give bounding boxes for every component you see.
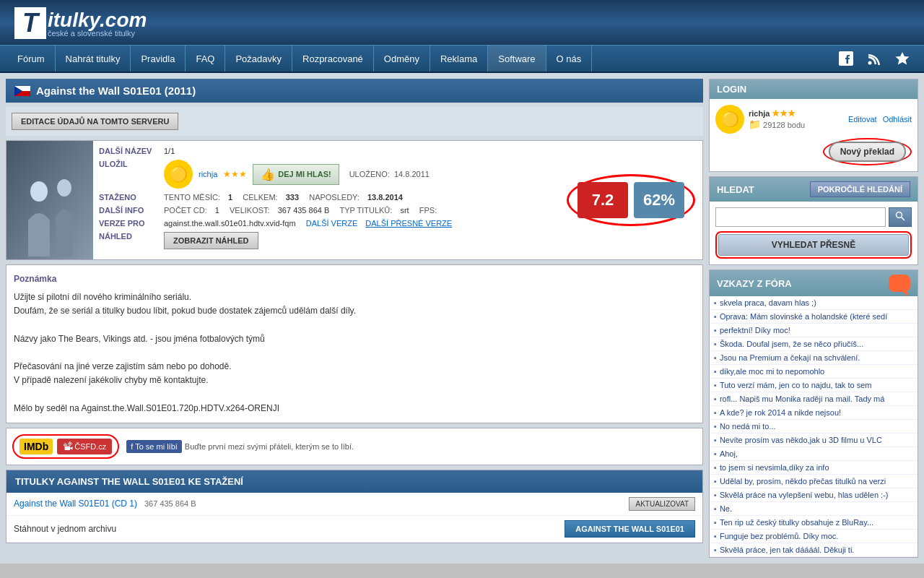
subtitle-cd1-link[interactable]: Against the Wall S01E01 (CD 1) bbox=[14, 499, 137, 509]
dalsi-info-label: DALŠÍ INFO bbox=[99, 206, 164, 215]
search-area bbox=[715, 207, 912, 227]
forum-msg-7[interactable]: rofl... Napiš mu Monika raději na mail. … bbox=[710, 392, 918, 406]
zobrazit-nahled-btn[interactable]: ZOBRAZIT NÁHLED bbox=[164, 232, 258, 249]
dalsi-presne-verze-link[interactable]: DALŠÍ PŘESNÉ VERZE bbox=[365, 219, 452, 228]
forum-msg-13[interactable]: Udělal by, prosím, někdo přečas titulků … bbox=[710, 475, 918, 488]
header: T itulky.com české a slovenské titulky bbox=[0, 0, 924, 45]
imdb-badge[interactable]: IMDb bbox=[19, 439, 53, 454]
nav-about[interactable]: O nás bbox=[546, 46, 593, 72]
forum-msg-10[interactable]: Nevíte prosím vas někdo,jak u 3D filmu u… bbox=[710, 434, 918, 447]
forum-msg-17[interactable]: Funguje bez problémů. Díky moc. bbox=[710, 530, 918, 543]
forum-msg-8[interactable]: A kde? je rok 2014 a nikde nejsou! bbox=[710, 406, 918, 420]
dalsi-nazev-row: DALŠÍ NÁZEV 1/1 bbox=[99, 147, 554, 155]
csfd-badge[interactable]: 📽 ČSFD.cz bbox=[57, 439, 112, 454]
logo-area[interactable]: T itulky.com české a slovenské titulky bbox=[14, 7, 147, 39]
dalsi-nazev-label: DALŠÍ NÁZEV bbox=[99, 147, 164, 155]
nahled-value: ZOBRAZIT NÁHLED bbox=[164, 232, 258, 249]
uploader-link[interactable]: richja bbox=[199, 170, 217, 178]
forum-msg-4[interactable]: Jsou na Premium a čekají na schválení. bbox=[710, 351, 918, 365]
forum-msg-11[interactable]: Ahoj, bbox=[710, 447, 918, 461]
login-user-row: 🟡 richja ★★★ 📁 29128 bodu Editovat bbox=[715, 105, 912, 134]
svg-point-5 bbox=[57, 179, 71, 197]
fb-icon[interactable]: f To se mi líbí bbox=[126, 440, 182, 453]
nav-faq[interactable]: FAQ bbox=[186, 46, 225, 72]
new-translate-button[interactable]: Nový překlad bbox=[829, 142, 906, 162]
verze-pro-label: VERZE PRO bbox=[99, 219, 164, 228]
forum-msg-2[interactable]: perfektní! Díky moc! bbox=[710, 324, 918, 337]
hlas-button[interactable]: 👍 DEJ MI HLAS! bbox=[253, 164, 339, 185]
forum-msg-1[interactable]: Oprava: Mám slovinské a holandské (které… bbox=[710, 310, 918, 324]
login-section: LOGIN 🟡 richja ★★★ 📁 29128 bodu bbox=[709, 79, 918, 172]
uploader-stars: ★★★ bbox=[223, 169, 247, 179]
nav-ads[interactable]: Reklama bbox=[430, 46, 488, 72]
subtitles-section: TITULKY AGAINST THE WALL S01E01 KE STAŽE… bbox=[6, 470, 703, 543]
forum-msg-15[interactable]: Ne. bbox=[710, 502, 918, 516]
dalsi-nazev-value: 1/1 bbox=[164, 147, 175, 155]
nav-wip[interactable]: Rozpracované bbox=[292, 46, 374, 72]
forum-msg-0[interactable]: skvela praca, davam hlas ;) bbox=[710, 296, 918, 310]
search-body: VYHLEDAT PŘESNĚ bbox=[710, 202, 918, 264]
exact-search-btn[interactable]: VYHLEDAT PŘESNĚ bbox=[718, 234, 909, 256]
logo-subtitle: české a slovenské titulky bbox=[48, 29, 147, 38]
forum-msg-9[interactable]: No nedá mi to... bbox=[710, 420, 918, 434]
poznamka-p1: Užijte si pilotní díl nového kriminálníh… bbox=[14, 290, 695, 318]
navigation: Fórum Nahrát titulky Pravidla FAQ Požada… bbox=[0, 45, 924, 73]
edit-button[interactable]: EDITACE ÚDAJŮ NA TOMTO SERVERU bbox=[12, 113, 178, 130]
fb-first-text: Buďte první mezi svými přáteli, kterým s… bbox=[185, 442, 354, 451]
login-links: Editovat Odhlásit bbox=[848, 115, 912, 124]
subtitle-archive-row: Stáhnout v jednom archivu AGAINST THE WA… bbox=[6, 516, 702, 543]
archive-label: Stáhnout v jednom archivu bbox=[14, 524, 557, 534]
vyhledat-circle: VYHLEDAT PŘESNĚ bbox=[715, 231, 912, 259]
forum-msg-3[interactable]: Škoda. Doufal jsem, že se něco přiučíš..… bbox=[710, 337, 918, 351]
aktualizovat-btn[interactable]: AKTUALIZOVAT bbox=[629, 497, 695, 511]
logo-t-letter: T bbox=[14, 7, 46, 39]
ulozil-row: ULOŽIL 🟡 richja ★★★ 👍 DEJ MI HLAS! bbox=[99, 160, 554, 189]
chat-bubble-icon bbox=[889, 275, 910, 292]
new-translate-circle: Nový překlad bbox=[823, 138, 912, 165]
uploader-avatar: 🟡 bbox=[164, 160, 193, 189]
forum-msg-12[interactable]: to jsem si nevsimla,díky za info bbox=[710, 461, 918, 475]
search-header: HLEDAT POKROČILÉ HLEDÁNÍ bbox=[710, 177, 918, 202]
forum-msg-18[interactable]: Skvělá práce, jen tak dáááál. Děkuji ti. bbox=[710, 543, 918, 557]
nav-software[interactable]: Software bbox=[488, 46, 546, 72]
editovat-link[interactable]: Editovat bbox=[848, 115, 877, 124]
odhlasit-link[interactable]: Odhlásit bbox=[883, 115, 912, 124]
movie-thumbnail bbox=[6, 141, 93, 259]
page-title: Against the Wall S01E01 (2011) bbox=[36, 85, 196, 97]
dalsi-verze-link[interactable]: DALŠÍ VERZE bbox=[306, 219, 358, 228]
uploader-info: 🟡 richja ★★★ 👍 DEJ MI HLAS! ULOŽENO: bbox=[164, 160, 430, 189]
download-button[interactable]: AGAINST THE WALL S01E01 bbox=[565, 520, 695, 538]
verze-pro-value: against.the.wall.s01e01.hdtv.xvid-fqm DA… bbox=[164, 219, 452, 228]
nahled-row: NÁHLED ZOBRAZIT NÁHLED bbox=[99, 232, 554, 249]
nav-facebook[interactable] bbox=[832, 46, 860, 72]
sidebar: LOGIN 🟡 richja ★★★ 📁 29128 bodu bbox=[709, 79, 918, 558]
nav-upload[interactable]: Nahrát titulky bbox=[56, 46, 131, 72]
uploader-row: 🟡 richja ★★★ 👍 DEJ MI HLAS! bbox=[164, 160, 339, 189]
forum-msg-5[interactable]: díky,ale moc mi to nepomohlo bbox=[710, 365, 918, 379]
forum-header: VZKAZY Z FÓRA bbox=[710, 270, 918, 296]
search-section: HLEDAT POKROČILÉ HLEDÁNÍ VYHLEDAT PŘESNĚ bbox=[709, 176, 918, 265]
forum-msg-14[interactable]: Skvělá práce na vylepšení webu, hlas udě… bbox=[710, 488, 918, 502]
svg-point-4 bbox=[30, 181, 48, 202]
user-avatar: 🟡 bbox=[715, 105, 744, 134]
info-panel: DALŠÍ NÁZEV 1/1 ULOŽIL 🟡 richja ★★★ 👍 bbox=[6, 140, 703, 260]
forum-msg-16[interactable]: Ten rip už český titulky obsahuje z BluR… bbox=[710, 516, 918, 530]
forum-messages: skvela praca, davam hlas ;) Oprava: Mám … bbox=[710, 296, 918, 557]
nav-star[interactable] bbox=[888, 46, 917, 72]
nahled-label: NÁHLED bbox=[99, 232, 164, 241]
nav-requests[interactable]: Požadavky bbox=[225, 46, 292, 72]
search-submit-btn[interactable] bbox=[889, 207, 912, 227]
csfd-rating: 62% bbox=[634, 182, 684, 218]
advanced-search-btn[interactable]: POKROČILÉ HLEDÁNÍ bbox=[810, 181, 910, 197]
user-name: richja ★★★ bbox=[749, 108, 844, 118]
forum-msg-6[interactable]: Tuto verzí mám, jen co to najdu, tak to … bbox=[710, 379, 918, 392]
rating-area: 7.2 62% bbox=[559, 141, 702, 259]
nav-rss[interactable] bbox=[860, 46, 888, 72]
nav-rules[interactable]: Pravidla bbox=[131, 46, 186, 72]
stazeno-value: TENTO MĚSÍC: 1 CELKEM: 333 NAPOSLEDY: 13… bbox=[164, 193, 403, 202]
search-input[interactable] bbox=[715, 207, 886, 227]
new-translate-area: Nový překlad bbox=[715, 138, 912, 165]
nav-rewards[interactable]: Odměny bbox=[374, 46, 430, 72]
nav-forum[interactable]: Fórum bbox=[7, 46, 56, 72]
rating-circle: 7.2 62% bbox=[567, 174, 695, 226]
